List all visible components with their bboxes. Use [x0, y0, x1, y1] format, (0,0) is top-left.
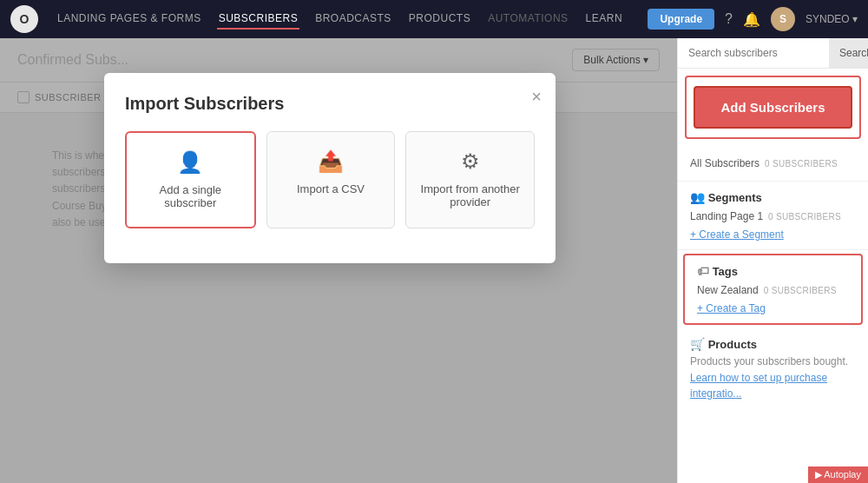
search-input[interactable] [678, 38, 829, 68]
logo[interactable]: O [10, 5, 38, 33]
content-area: Confirmed Subs... Bulk Actions ▾ SUBSCRI… [0, 38, 677, 483]
all-subscribers-section: All Subscribers 0 SUBSCRIBERS [678, 146, 868, 182]
nav-products[interactable]: PRODUCTS [407, 9, 472, 30]
tags-icon: 🏷 [697, 264, 709, 278]
modal-title: Import Subscribers [125, 94, 535, 114]
single-subscriber-icon: 👤 [177, 150, 203, 175]
tag-item-row[interactable]: New Zealand 0 SUBSCRIBERS [697, 281, 849, 299]
import-provider-icon: ⚙ [461, 149, 480, 174]
segment-item-row[interactable]: Landing Page 1 0 SUBSCRIBERS [690, 208, 856, 225]
topnav-right: Upgrade ? 🔔 S SYNDEO ▾ [648, 7, 858, 31]
nav-subscribers[interactable]: SUBSCRIBERS [217, 9, 300, 30]
segment-count: 0 SUBSCRIBERS [768, 212, 841, 222]
tags-title: 🏷 Tags [697, 264, 849, 278]
search-row: Search [678, 38, 868, 69]
create-segment-link[interactable]: + Create a Segment [690, 228, 856, 241]
all-subscribers-label: All Subscribers [690, 157, 760, 169]
segments-title: 👥 Segments [690, 190, 856, 204]
bell-icon[interactable]: 🔔 [743, 11, 760, 28]
user-label[interactable]: SYNDEO ▾ [806, 13, 858, 25]
products-desc: Products your subscribers bought. [690, 354, 856, 369]
add-subscribers-button[interactable]: Add Subscribers [694, 86, 852, 129]
all-subscribers-row[interactable]: All Subscribers 0 SUBSCRIBERS [690, 155, 856, 172]
products-title: 🛒 Products [690, 337, 856, 351]
tags-section: 🏷 Tags New Zealand 0 SUBSCRIBERS + Creat… [683, 254, 863, 325]
modal-options: 👤 Add a single subscriber 📤 Import a CSV… [125, 131, 535, 228]
create-tag-link[interactable]: + Create a Tag [697, 302, 849, 314]
products-icon: 🛒 [690, 337, 705, 351]
nav-landing-pages[interactable]: LANDING PAGES & FORMS [56, 9, 203, 30]
import-csv-icon: 📤 [318, 149, 344, 174]
upgrade-button[interactable]: Upgrade [648, 9, 714, 30]
avatar[interactable]: S [771, 7, 795, 31]
nav-broadcasts[interactable]: BROADCASTS [313, 9, 393, 30]
nav-learn[interactable]: LEARN [584, 9, 625, 30]
nav-links: LANDING PAGES & FORMS SUBSCRIBERS BROADC… [56, 9, 630, 30]
right-sidebar: Search Add Subscribers All Subscribers 0… [677, 38, 868, 483]
single-subscriber-label: Add a single subscriber [141, 183, 240, 209]
segment-name: Landing Page 1 [690, 210, 763, 222]
bottom-bar[interactable]: ▶ Autoplay [808, 466, 868, 483]
products-link[interactable]: Learn how to set up purchase integratio.… [690, 372, 827, 400]
segments-icon: 👥 [690, 190, 705, 204]
option-single-subscriber[interactable]: 👤 Add a single subscriber [125, 131, 256, 228]
option-import-provider[interactable]: ⚙ Import from another provider [405, 131, 535, 228]
add-subscribers-wrapper: Add Subscribers [685, 76, 861, 139]
help-icon[interactable]: ? [725, 11, 733, 27]
tag-name: New Zealand [697, 284, 759, 296]
import-csv-label: Import a CSV [297, 182, 365, 195]
modal-overlay: Import Subscribers × 👤 Add a single subs… [0, 38, 677, 483]
all-subscribers-count: 0 SUBSCRIBERS [765, 159, 838, 169]
search-button[interactable]: Search [829, 38, 868, 68]
segments-section: 👥 Segments Landing Page 1 0 SUBSCRIBERS … [678, 182, 868, 250]
import-subscribers-modal: Import Subscribers × 👤 Add a single subs… [104, 73, 556, 263]
nav-automations[interactable]: AUTOMATIONS [486, 9, 569, 30]
products-section: 🛒 Products Products your subscribers bou… [678, 328, 868, 409]
tag-count: 0 SUBSCRIBERS [764, 286, 837, 295]
modal-close-button[interactable]: × [531, 87, 542, 107]
topnav: O LANDING PAGES & FORMS SUBSCRIBERS BROA… [0, 0, 868, 38]
import-provider-label: Import from another provider [420, 182, 520, 208]
option-import-csv[interactable]: 📤 Import a CSV [266, 131, 396, 228]
main-layout: Confirmed Subs... Bulk Actions ▾ SUBSCRI… [0, 38, 868, 483]
